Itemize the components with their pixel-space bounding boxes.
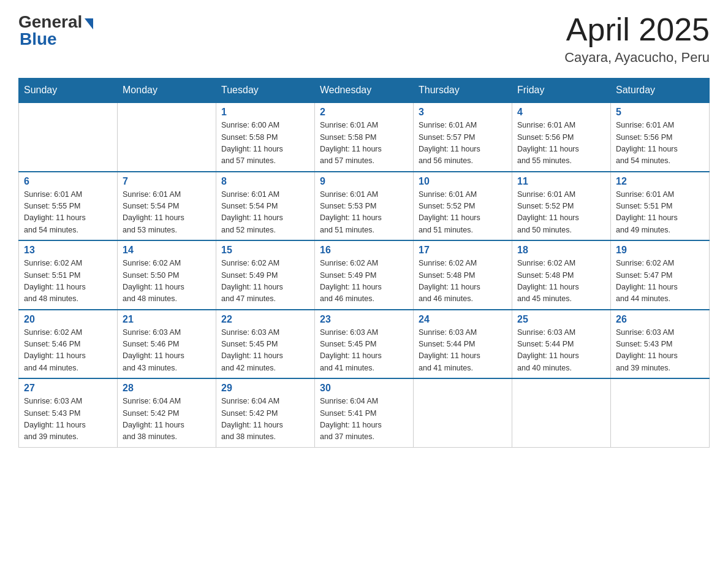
day-info: Sunrise: 6:02 AMSunset: 5:48 PMDaylight:… [419, 258, 507, 305]
calendar-cell: 13Sunrise: 6:02 AMSunset: 5:51 PMDayligh… [19, 240, 118, 310]
day-number: 26 [616, 314, 704, 325]
weekday-header-tuesday: Tuesday [216, 79, 315, 103]
day-info: Sunrise: 6:02 AMSunset: 5:50 PMDaylight:… [123, 258, 211, 305]
day-number: 15 [221, 245, 309, 256]
day-info: Sunrise: 6:04 AMSunset: 5:41 PMDaylight:… [320, 396, 408, 443]
day-info: Sunrise: 6:02 AMSunset: 5:51 PMDaylight:… [24, 258, 112, 305]
month-title: April 2025 [564, 12, 710, 47]
day-number: 24 [419, 314, 507, 325]
calendar-cell: 24Sunrise: 6:03 AMSunset: 5:44 PMDayligh… [414, 310, 512, 379]
calendar-cell: 4Sunrise: 6:01 AMSunset: 5:56 PMDaylight… [512, 102, 611, 172]
day-number: 21 [123, 314, 211, 325]
day-info: Sunrise: 6:03 AMSunset: 5:43 PMDaylight:… [616, 327, 704, 375]
calendar-cell: 12Sunrise: 6:01 AMSunset: 5:51 PMDayligh… [611, 172, 710, 241]
calendar-cell: 2Sunrise: 6:01 AMSunset: 5:58 PMDaylight… [315, 102, 414, 172]
calendar-week-3: 13Sunrise: 6:02 AMSunset: 5:51 PMDayligh… [19, 240, 710, 310]
day-info: Sunrise: 6:01 AMSunset: 5:55 PMDaylight:… [24, 189, 112, 237]
day-info: Sunrise: 6:01 AMSunset: 5:58 PMDaylight:… [320, 120, 408, 167]
calendar-cell: 5Sunrise: 6:01 AMSunset: 5:56 PMDaylight… [611, 102, 710, 172]
logo: General Blue [18, 12, 93, 49]
calendar-cell [118, 102, 216, 172]
calendar-week-5: 27Sunrise: 6:03 AMSunset: 5:43 PMDayligh… [19, 378, 710, 447]
day-number: 14 [123, 245, 211, 256]
calendar-cell: 7Sunrise: 6:01 AMSunset: 5:54 PMDaylight… [118, 172, 216, 241]
day-info: Sunrise: 6:04 AMSunset: 5:42 PMDaylight:… [221, 396, 309, 443]
day-info: Sunrise: 6:01 AMSunset: 5:52 PMDaylight:… [419, 189, 507, 237]
day-info: Sunrise: 6:01 AMSunset: 5:54 PMDaylight:… [221, 189, 309, 237]
calendar-cell: 14Sunrise: 6:02 AMSunset: 5:50 PMDayligh… [118, 240, 216, 310]
day-info: Sunrise: 6:01 AMSunset: 5:52 PMDaylight:… [517, 189, 605, 237]
day-number: 8 [221, 176, 309, 187]
calendar-cell: 9Sunrise: 6:01 AMSunset: 5:53 PMDaylight… [315, 172, 414, 241]
calendar-cell: 25Sunrise: 6:03 AMSunset: 5:44 PMDayligh… [512, 310, 611, 379]
weekday-header-friday: Friday [512, 79, 611, 103]
calendar-cell: 1Sunrise: 6:00 AMSunset: 5:58 PMDaylight… [216, 102, 315, 172]
day-info: Sunrise: 6:03 AMSunset: 5:44 PMDaylight:… [419, 327, 507, 375]
calendar-cell: 19Sunrise: 6:02 AMSunset: 5:47 PMDayligh… [611, 240, 710, 310]
day-info: Sunrise: 6:03 AMSunset: 5:45 PMDaylight:… [320, 327, 408, 375]
day-number: 12 [616, 176, 704, 187]
day-info: Sunrise: 6:01 AMSunset: 5:57 PMDaylight:… [419, 120, 507, 167]
day-number: 25 [517, 314, 605, 325]
day-number: 18 [517, 245, 605, 256]
calendar-cell: 28Sunrise: 6:04 AMSunset: 5:42 PMDayligh… [118, 378, 216, 447]
calendar-cell: 30Sunrise: 6:04 AMSunset: 5:41 PMDayligh… [315, 378, 414, 447]
calendar-cell: 11Sunrise: 6:01 AMSunset: 5:52 PMDayligh… [512, 172, 611, 241]
day-number: 3 [419, 107, 507, 118]
day-info: Sunrise: 6:02 AMSunset: 5:49 PMDaylight:… [221, 258, 309, 305]
weekday-header-wednesday: Wednesday [315, 79, 414, 103]
calendar-cell: 8Sunrise: 6:01 AMSunset: 5:54 PMDaylight… [216, 172, 315, 241]
day-number: 10 [419, 176, 507, 187]
day-number: 17 [419, 245, 507, 256]
day-number: 9 [320, 176, 408, 187]
calendar-cell: 29Sunrise: 6:04 AMSunset: 5:42 PMDayligh… [216, 378, 315, 447]
calendar-cell: 3Sunrise: 6:01 AMSunset: 5:57 PMDaylight… [414, 102, 512, 172]
calendar-cell: 17Sunrise: 6:02 AMSunset: 5:48 PMDayligh… [414, 240, 512, 310]
day-number: 2 [320, 107, 408, 118]
calendar-cell [611, 378, 710, 447]
location-title: Cayara, Ayacucho, Peru [564, 50, 710, 66]
page-header: General Blue April 2025 Cayara, Ayacucho… [18, 12, 710, 66]
day-number: 6 [24, 176, 112, 187]
weekday-header-monday: Monday [118, 79, 216, 103]
day-number: 23 [320, 314, 408, 325]
day-info: Sunrise: 6:02 AMSunset: 5:48 PMDaylight:… [517, 258, 605, 305]
weekday-header-sunday: Sunday [19, 79, 118, 103]
day-number: 22 [221, 314, 309, 325]
calendar-cell: 22Sunrise: 6:03 AMSunset: 5:45 PMDayligh… [216, 310, 315, 379]
logo-arrow-icon [85, 18, 93, 29]
calendar-header-row: SundayMondayTuesdayWednesdayThursdayFrid… [19, 79, 710, 103]
calendar-cell [512, 378, 611, 447]
day-number: 30 [320, 383, 408, 394]
day-info: Sunrise: 6:00 AMSunset: 5:58 PMDaylight:… [221, 120, 309, 167]
day-number: 20 [24, 314, 112, 325]
day-number: 13 [24, 245, 112, 256]
weekday-header-thursday: Thursday [414, 79, 512, 103]
day-info: Sunrise: 6:01 AMSunset: 5:56 PMDaylight:… [517, 120, 605, 167]
calendar-cell: 26Sunrise: 6:03 AMSunset: 5:43 PMDayligh… [611, 310, 710, 379]
day-number: 4 [517, 107, 605, 118]
calendar-week-4: 20Sunrise: 6:02 AMSunset: 5:46 PMDayligh… [19, 310, 710, 379]
day-number: 16 [320, 245, 408, 256]
day-info: Sunrise: 6:03 AMSunset: 5:43 PMDaylight:… [24, 396, 112, 443]
day-number: 29 [221, 383, 309, 394]
day-info: Sunrise: 6:03 AMSunset: 5:44 PMDaylight:… [517, 327, 605, 375]
calendar-table: SundayMondayTuesdayWednesdayThursdayFrid… [18, 78, 710, 448]
calendar-cell: 10Sunrise: 6:01 AMSunset: 5:52 PMDayligh… [414, 172, 512, 241]
day-info: Sunrise: 6:03 AMSunset: 5:46 PMDaylight:… [123, 327, 211, 375]
day-number: 19 [616, 245, 704, 256]
day-number: 5 [616, 107, 704, 118]
day-info: Sunrise: 6:01 AMSunset: 5:53 PMDaylight:… [320, 189, 408, 237]
day-number: 7 [123, 176, 211, 187]
day-info: Sunrise: 6:03 AMSunset: 5:45 PMDaylight:… [221, 327, 309, 375]
day-info: Sunrise: 6:02 AMSunset: 5:47 PMDaylight:… [616, 258, 704, 305]
calendar-cell [19, 102, 118, 172]
day-info: Sunrise: 6:01 AMSunset: 5:54 PMDaylight:… [123, 189, 211, 237]
calendar-week-1: 1Sunrise: 6:00 AMSunset: 5:58 PMDaylight… [19, 102, 710, 172]
day-info: Sunrise: 6:04 AMSunset: 5:42 PMDaylight:… [123, 396, 211, 443]
day-info: Sunrise: 6:01 AMSunset: 5:51 PMDaylight:… [616, 189, 704, 237]
day-info: Sunrise: 6:01 AMSunset: 5:56 PMDaylight:… [616, 120, 704, 167]
day-info: Sunrise: 6:02 AMSunset: 5:46 PMDaylight:… [24, 327, 112, 375]
calendar-week-2: 6Sunrise: 6:01 AMSunset: 5:55 PMDaylight… [19, 172, 710, 241]
calendar-cell: 16Sunrise: 6:02 AMSunset: 5:49 PMDayligh… [315, 240, 414, 310]
